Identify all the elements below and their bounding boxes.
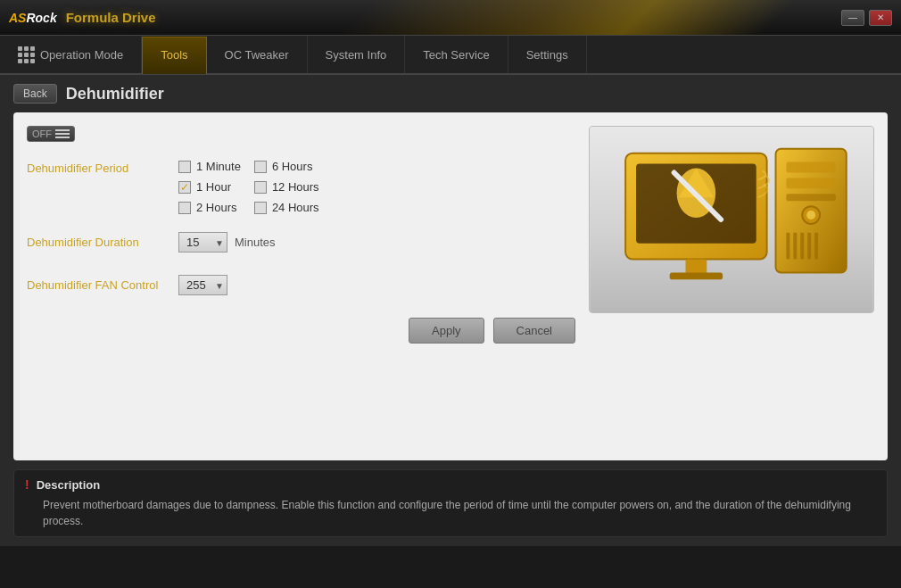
- svg-rect-11: [786, 194, 835, 201]
- right-panel: [589, 126, 874, 447]
- description-bar: ! Description Prevent motherboard damage…: [13, 469, 888, 537]
- svg-rect-9: [786, 162, 835, 173]
- fan-select-wrapper: 0 50 100 150 200 255 ▼: [178, 275, 227, 295]
- label-24-hours: 24 Hours: [272, 201, 319, 214]
- duration-select[interactable]: 5 10 15 20 30 45 60: [178, 232, 227, 253]
- titlebar: ASRock Formula Drive — ✕: [0, 0, 901, 36]
- tab-system-info-label: System Info: [326, 48, 387, 62]
- page-title: Dehumidifier: [66, 85, 164, 104]
- svg-rect-14: [786, 233, 789, 260]
- app-title: Formula Drive: [66, 10, 156, 25]
- main-panel: OFF Dehumidifier Period 1 Minute: [13, 112, 888, 460]
- checkbox-2-hours[interactable]: [178, 202, 191, 214]
- period-12-hours[interactable]: 12 Hours: [254, 180, 319, 194]
- checkbox-12-hours[interactable]: [254, 181, 267, 194]
- checkbox-1-minute[interactable]: [178, 161, 191, 173]
- illustration-area: [589, 126, 874, 313]
- period-col1: 1 Minute ✓ 1 Hour 2 Hours: [178, 160, 241, 214]
- svg-rect-16: [800, 233, 804, 260]
- page-header: Back Dehumidifier: [13, 84, 888, 104]
- dehumidifier-period-row: Dehumidifier Period 1 Minute ✓ 1 Hour: [27, 160, 575, 214]
- button-row: Apply Cancel: [27, 318, 575, 344]
- svg-rect-7: [670, 272, 723, 279]
- titlebar-controls: — ✕: [841, 10, 892, 26]
- tab-tools[interactable]: Tools: [142, 37, 206, 74]
- close-button[interactable]: ✕: [869, 10, 892, 26]
- svg-rect-18: [814, 233, 818, 260]
- svg-point-13: [806, 211, 815, 219]
- tab-settings-label: Settings: [526, 48, 568, 62]
- tab-settings[interactable]: Settings: [508, 36, 587, 73]
- tab-oc-tweaker[interactable]: OC Tweaker: [207, 36, 308, 73]
- label-6-hours: 6 Hours: [272, 160, 313, 173]
- label-1-minute: 1 Minute: [196, 160, 241, 173]
- description-text: Prevent motherboard damages due to dampn…: [25, 497, 876, 529]
- tab-oc-tweaker-label: OC Tweaker: [225, 48, 289, 62]
- period-options: 1 Minute ✓ 1 Hour 2 Hours: [178, 160, 319, 214]
- period-24-hours[interactable]: 24 Hours: [254, 201, 319, 214]
- period-2-hours[interactable]: 2 Hours: [178, 201, 241, 214]
- duration-unit: Minutes: [235, 236, 276, 249]
- label-2-hours: 2 Hours: [196, 201, 237, 214]
- dehumidifier-illustration: [590, 127, 873, 312]
- label-12-hours: 12 Hours: [272, 180, 319, 194]
- checkmark-icon: ✓: [180, 182, 189, 193]
- duration-select-wrapper: 5 10 15 20 30 45 60 ▼: [178, 232, 227, 253]
- dehumidifier-period-label: Dehumidifier Period: [27, 160, 178, 175]
- tab-tools-label: Tools: [161, 48, 187, 62]
- checkbox-6-hours[interactable]: [254, 161, 267, 173]
- period-1-hour[interactable]: ✓ 1 Hour: [178, 180, 241, 194]
- period-col2: 6 Hours 12 Hours 24 Hours: [254, 160, 319, 214]
- tab-system-info[interactable]: System Info: [308, 36, 406, 73]
- tab-tech-service[interactable]: Tech Service: [405, 36, 508, 73]
- svg-rect-10: [786, 178, 835, 188]
- back-button[interactable]: Back: [13, 84, 57, 104]
- checkbox-24-hours[interactable]: [254, 202, 267, 214]
- fan-control-label: Dehumidifier FAN Control: [27, 278, 178, 292]
- apply-button[interactable]: Apply: [409, 318, 484, 344]
- label-1-hour: 1 Hour: [196, 180, 231, 194]
- description-header: ! Description: [25, 477, 876, 492]
- svg-rect-15: [793, 233, 797, 260]
- period-1-minute[interactable]: 1 Minute: [178, 160, 241, 173]
- fan-select[interactable]: 0 50 100 150 200 255: [178, 275, 227, 295]
- toggle-state-label: OFF: [32, 128, 52, 139]
- tab-operation-label: Operation Mode: [40, 48, 123, 62]
- power-toggle[interactable]: OFF: [27, 126, 75, 142]
- checkbox-1-hour[interactable]: ✓: [178, 181, 191, 194]
- duration-label: Dehumidifier Duration: [27, 236, 178, 249]
- description-icon: !: [25, 477, 29, 492]
- navbar: Operation Mode Tools OC Tweaker System I…: [0, 36, 901, 75]
- dehumidifier-duration-row: Dehumidifier Duration 5 10 15 20 30 45 6…: [27, 232, 575, 253]
- content-area: Back Dehumidifier OFF Dehumidifier Perio…: [0, 75, 901, 546]
- svg-rect-17: [807, 233, 811, 260]
- tab-tech-service-label: Tech Service: [423, 48, 489, 62]
- minimize-button[interactable]: —: [841, 10, 864, 26]
- toggle-lines-icon: [55, 129, 70, 138]
- description-title: Description: [37, 478, 101, 492]
- asrock-logo: ASRock: [9, 11, 57, 25]
- fan-control-row: Dehumidifier FAN Control 0 50 100 150 20…: [27, 275, 575, 295]
- period-6-hours[interactable]: 6 Hours: [254, 160, 319, 173]
- left-panel: OFF Dehumidifier Period 1 Minute: [27, 126, 575, 447]
- grid-icon: [18, 46, 35, 63]
- titlebar-left: ASRock Formula Drive: [9, 10, 156, 25]
- tab-operation-mode[interactable]: Operation Mode: [0, 36, 142, 73]
- cancel-button[interactable]: Cancel: [493, 318, 575, 344]
